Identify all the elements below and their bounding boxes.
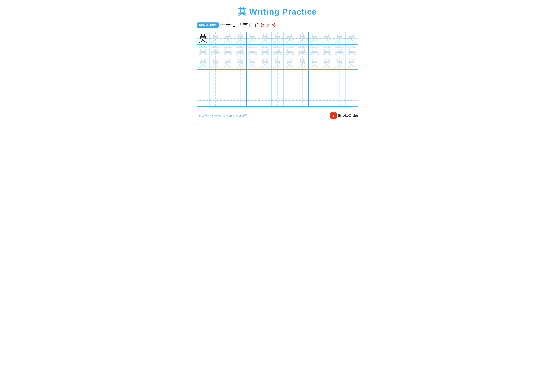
cell-character: 莫 bbox=[236, 46, 245, 55]
grid-row: 莫莫莫莫莫莫莫莫莫莫莫莫莫 bbox=[197, 45, 358, 57]
cell-character: 莫 bbox=[285, 59, 294, 68]
stroke-char: 一 bbox=[220, 22, 225, 28]
grid-cell bbox=[333, 82, 345, 94]
grid-cell: 莫 bbox=[222, 57, 234, 69]
grid-cell: 莫 bbox=[296, 45, 308, 57]
cell-character: 莫 bbox=[322, 59, 332, 68]
grid-cell bbox=[222, 94, 234, 107]
grid-cell: 莫 bbox=[247, 57, 259, 69]
cell-character: 莫 bbox=[198, 34, 208, 43]
grid-cell bbox=[308, 69, 321, 82]
footer-url[interactable]: https://www.strokeorder.com/chinese/莫 bbox=[197, 114, 247, 117]
cell-character: 莫 bbox=[285, 46, 294, 55]
grid-cell: 莫 bbox=[247, 45, 259, 57]
grid-row: 莫莫莫莫莫莫莫莫莫莫莫莫莫 bbox=[197, 32, 358, 45]
grid-cell bbox=[284, 94, 296, 107]
cell-character: 莫 bbox=[223, 46, 233, 55]
grid-cell bbox=[346, 94, 358, 107]
cell-character: 莫 bbox=[261, 34, 270, 43]
grid-cell bbox=[234, 94, 247, 107]
cell-character: 莫 bbox=[211, 34, 220, 43]
grid-cell bbox=[321, 82, 333, 94]
cell-character: 莫 bbox=[298, 59, 307, 68]
grid-cell: 莫 bbox=[247, 32, 259, 45]
cell-character: 莫 bbox=[273, 46, 282, 55]
grid-cell: 莫 bbox=[259, 45, 271, 57]
cell-character: 莫 bbox=[198, 46, 208, 55]
grid-cell: 莫 bbox=[284, 57, 296, 69]
grid-cell: 莫 bbox=[308, 32, 321, 45]
grid-cell: 莫 bbox=[308, 45, 321, 57]
grid-cell: 莫 bbox=[271, 57, 284, 69]
grid-cell: 莫 bbox=[234, 45, 247, 57]
brand-label: StrokeOrder bbox=[338, 114, 358, 118]
grid-cell bbox=[197, 69, 209, 82]
grid-cell bbox=[333, 69, 345, 82]
cell-character: 莫 bbox=[347, 46, 357, 55]
cell-character: 莫 bbox=[347, 34, 357, 43]
cell-character: 莫 bbox=[322, 46, 332, 55]
cell-character: 莫 bbox=[310, 34, 319, 43]
cell-character: 莫 bbox=[310, 59, 319, 68]
stroke-char: 莫 bbox=[260, 22, 265, 28]
stroke-char: 艹 bbox=[237, 22, 242, 28]
grid-row bbox=[197, 69, 358, 82]
grid-cell bbox=[308, 82, 321, 94]
grid-row: 莫莫莫莫莫莫莫莫莫莫莫莫莫 bbox=[197, 57, 358, 69]
grid-cell: 莫 bbox=[259, 57, 271, 69]
cell-character: 莫 bbox=[285, 34, 294, 43]
cell-character: 莫 bbox=[223, 34, 233, 43]
grid-cell bbox=[247, 69, 259, 82]
grid-cell: 莫 bbox=[333, 57, 345, 69]
footer-brand: 字 StrokeOrder bbox=[330, 112, 358, 119]
stroke-order-badge: Stroke Order bbox=[197, 22, 219, 28]
stroke-order-row: Stroke Order 一十廿艹苎苜苜莫莫莫 bbox=[197, 22, 358, 28]
cell-character: 莫 bbox=[273, 34, 282, 43]
grid-cell bbox=[271, 82, 284, 94]
grid-cell bbox=[209, 82, 222, 94]
cell-character: 莫 bbox=[248, 59, 257, 68]
stroke-char: 苜 bbox=[249, 22, 254, 28]
footer: https://www.strokeorder.com/chinese/莫 字 … bbox=[197, 112, 358, 119]
grid-cell bbox=[296, 94, 308, 107]
grid-cell bbox=[209, 94, 222, 107]
grid-cell: 莫 bbox=[346, 45, 358, 57]
grid-cell bbox=[259, 94, 271, 107]
grid-cell: 莫 bbox=[321, 57, 333, 69]
grid-row bbox=[197, 94, 358, 107]
grid-cell: 莫 bbox=[209, 57, 222, 69]
cell-character: 莫 bbox=[211, 59, 220, 68]
grid-cell: 莫 bbox=[209, 45, 222, 57]
cell-character: 莫 bbox=[273, 59, 282, 68]
grid-cell bbox=[234, 69, 247, 82]
grid-cell bbox=[259, 82, 271, 94]
cell-character: 莫 bbox=[335, 46, 344, 55]
cell-character: 莫 bbox=[236, 34, 245, 43]
practice-grid: 莫莫莫莫莫莫莫莫莫莫莫莫莫莫莫莫莫莫莫莫莫莫莫莫莫莫莫莫莫莫莫莫莫莫莫莫莫莫莫 bbox=[197, 32, 358, 107]
stroke-char: 莫 bbox=[271, 22, 276, 28]
grid-cell bbox=[321, 94, 333, 107]
grid-cell bbox=[308, 94, 321, 107]
grid-cell bbox=[271, 94, 284, 107]
grid-cell: 莫 bbox=[346, 32, 358, 45]
grid-cell: 莫 bbox=[222, 45, 234, 57]
stroke-char: 苎 bbox=[243, 22, 248, 28]
grid-cell: 莫 bbox=[321, 32, 333, 45]
cell-character: 莫 bbox=[335, 34, 344, 43]
cell-character: 莫 bbox=[236, 59, 245, 68]
grid-cell bbox=[321, 69, 333, 82]
stroke-chars: 一十廿艹苎苜苜莫莫莫 bbox=[220, 22, 276, 28]
grid-cell bbox=[346, 82, 358, 94]
grid-cell bbox=[247, 94, 259, 107]
grid-cell: 莫 bbox=[234, 32, 247, 45]
stroke-char: 苜 bbox=[254, 22, 259, 28]
cell-character: 莫 bbox=[298, 46, 307, 55]
cell-character: 莫 bbox=[211, 46, 220, 55]
grid-cell: 莫 bbox=[296, 57, 308, 69]
brand-icon: 字 bbox=[330, 112, 337, 119]
grid-cell: 莫 bbox=[333, 45, 345, 57]
cell-character: 莫 bbox=[298, 34, 307, 43]
grid-cell bbox=[284, 69, 296, 82]
stroke-char: 廿 bbox=[232, 22, 236, 28]
cell-character: 莫 bbox=[310, 46, 319, 55]
